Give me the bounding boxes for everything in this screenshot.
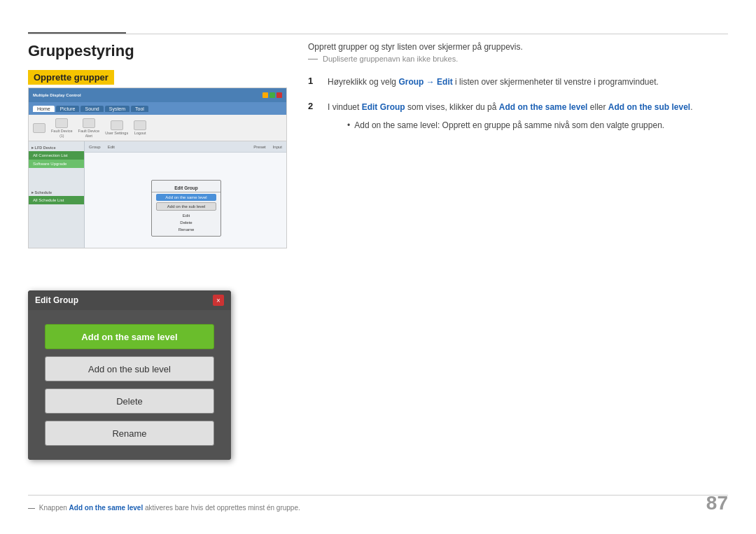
app-body: ▸ LFD Device All Connection List Softwar…	[29, 141, 286, 248]
bullet-dot: •	[347, 119, 350, 132]
step-2-block: 2 I vinduet Edit Group som vises, klikke…	[308, 101, 728, 132]
header-group: Group	[89, 145, 101, 149]
sidebar-label-lfd: ▸ LFD Device	[29, 144, 84, 151]
edit-group-dialog: Edit Group × Add on the same level Add o…	[28, 290, 231, 460]
note-text: Dupliserte gruppenavn kan ikke brukes.	[308, 55, 728, 63]
icon-box-1	[33, 123, 46, 133]
screenshot-context-menu: Edit Group Add on the same level Add on …	[151, 180, 221, 237]
screenshot-menu-item-same[interactable]: Add on the same level	[156, 194, 216, 201]
toolbar-icon-3: Fault Device Alert	[78, 118, 100, 138]
mock-tab-sound[interactable]: Sound	[80, 106, 103, 112]
screenshot-menu-item-sub[interactable]: Add on the sub level	[156, 202, 216, 211]
intro-text: Opprett grupper og styr listen over skje…	[308, 42, 728, 52]
footer-dash	[28, 508, 35, 509]
sidebar-item-schedule[interactable]: All Schedule List	[29, 196, 84, 204]
add-sub-level-button[interactable]: Add on the sub level	[45, 356, 214, 381]
screenshot-menu-item-delete[interactable]: Delete	[152, 219, 220, 226]
mock-tab-picture[interactable]: Picture	[56, 106, 80, 112]
step-1-number: 1	[308, 76, 321, 88]
step-2-number: 2	[308, 101, 321, 132]
main-heading: Gruppestyring	[28, 42, 134, 60]
toolbar-icon-1	[33, 123, 46, 133]
sidebar-item-upgrade[interactable]: Software Upgrade	[29, 160, 84, 168]
step-2-content: I vinduet Edit Group som vises, klikker …	[328, 101, 693, 132]
close-btn-app[interactable]	[276, 92, 282, 98]
app-mock: Multiple Display Control Home Picture So…	[29, 88, 286, 248]
minimize-btn[interactable]	[262, 92, 268, 98]
toolbar-icon-2: Fault Device (1)	[51, 118, 73, 138]
screenshot-menu-item-edit[interactable]: Edit	[152, 212, 220, 219]
app-sidebar: ▸ LFD Device All Connection List Softwar…	[29, 141, 85, 248]
header-edit: Edit	[108, 145, 115, 149]
mock-tab-tool[interactable]: Tool	[131, 106, 148, 112]
header-input: Input	[273, 145, 282, 149]
rename-button[interactable]: Rename	[45, 421, 214, 446]
add-same-level-button[interactable]: Add on the same level	[45, 324, 214, 349]
delete-button[interactable]: Delete	[45, 388, 214, 414]
app-nav-tabs: Home Picture Sound System Tool	[29, 102, 286, 115]
sidebar-label-schedule: ▸ Schedule	[29, 189, 84, 196]
bullet-block: • Add on the same level: Opprett en grup…	[347, 119, 693, 132]
screenshot-container: Multiple Display Control Home Picture So…	[28, 87, 287, 248]
header-preset: Preset	[253, 145, 265, 149]
toolbar-icon-5: Logout	[134, 120, 146, 135]
section-label: Opprette grupper	[28, 70, 114, 85]
app-toolbar: Fault Device (1) Fault Device Alert User…	[29, 115, 286, 141]
icon-box-2	[55, 118, 68, 128]
sidebar-item-connection[interactable]: All Connection List	[29, 151, 84, 160]
app-title: Multiple Display Control	[33, 93, 81, 97]
toolbar-icon-4: User Settings	[105, 120, 128, 135]
icon-box-4	[111, 120, 123, 130]
maximize-btn[interactable]	[270, 92, 275, 98]
icon-box-3	[83, 118, 95, 128]
screenshot-menu-item-rename[interactable]: Rename	[152, 226, 220, 233]
dialog-title: Edit Group	[35, 295, 78, 305]
step-1-block: 1 Høyreklikk og velg Group → Edit i list…	[308, 76, 728, 88]
step-1-text: Høyreklikk og velg Group → Edit i listen…	[328, 76, 659, 88]
screenshot-menu-title: Edit Group	[152, 183, 220, 192]
app-main-header: Group Edit Preset Input	[85, 141, 286, 153]
top-separator-line	[28, 34, 728, 34]
bullet-item: • Add on the same level: Opprett en grup…	[347, 119, 693, 132]
step-2-text: I vinduet Edit Group som vises, klikker …	[328, 101, 693, 113]
mock-tab-system[interactable]: System	[105, 106, 130, 112]
app-titlebar: Multiple Display Control	[29, 88, 286, 102]
dialog-titlebar: Edit Group ×	[28, 290, 231, 310]
note-dash	[308, 59, 318, 59]
footer-note: Knappen Add on the same level aktiveres …	[28, 504, 300, 512]
mock-tab-home[interactable]: Home	[33, 106, 55, 112]
icon-box-5	[134, 120, 146, 130]
page-number: 87	[706, 492, 728, 514]
dialog-close-button[interactable]: ×	[213, 295, 224, 306]
right-text-block: Opprett grupper og styr listen over skje…	[308, 42, 728, 144]
bottom-separator-line	[28, 495, 728, 496]
dialog-body: Add on the same level Add on the sub lev…	[28, 310, 231, 460]
app-main: Group Edit Preset Input Edit Group Add o…	[85, 141, 286, 248]
